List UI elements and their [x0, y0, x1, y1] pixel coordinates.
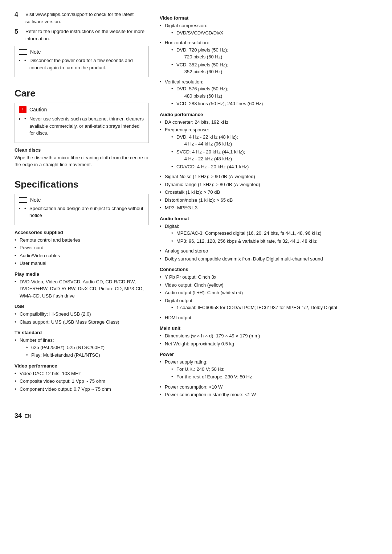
af-dolby: Dolby surround compatible downmix from D… [160, 255, 377, 263]
play-media-item-1: DVD-Video, Video CD/SVCD, Audio CD, CD-R… [15, 278, 149, 300]
af-mp3: MP3: 96, 112, 128, 256 kbps & variable b… [171, 238, 377, 245]
vp-item-2: Composite video output: 1 Vpp ~ 75 ohm [15, 378, 149, 385]
usb-title: USB [15, 304, 149, 309]
tv-standard-title: TV standard [15, 330, 149, 335]
caution-title: Caution [29, 107, 47, 112]
power-supply-eu: For the rest of Europe: 230 V; 50 Hz [171, 373, 377, 381]
play-media-title: Play media [15, 271, 149, 277]
usb-item-1: Compatibility: Hi-Speed USB (2.0) [15, 311, 149, 318]
video-format-title: Video format [160, 15, 377, 21]
ap-mp3: MP3: MPEG L3 [160, 204, 377, 212]
accessory-4: User manual [15, 260, 149, 267]
audio-format-list: Digital: MPEG/AC-3: Compressed digital (… [160, 223, 377, 263]
note-title-2: Note [30, 197, 41, 203]
vf-dc-sub: DVD/SVCD/VCD/DivX [171, 29, 377, 37]
video-performance-list: Video DAC: 12 bits, 108 MHz Composite vi… [15, 370, 149, 393]
vf-digital-compression: Digital compression: DVD/SVCD/VCD/DivX [160, 22, 377, 36]
vf-hr-label: Horizontal resolution: [165, 40, 209, 45]
accessories-title: Accessories supplied [15, 230, 149, 235]
tv-standard-list: Number of lines: 625 (PAL/50Hz); 525 (NT… [15, 337, 149, 359]
main-unit-dimensions: Dimensions (w × h × d): 179 × 49 × 179 (… [160, 332, 377, 340]
caution-list: Never use solvents such as benzene, thin… [19, 115, 144, 137]
vf-hr-dvd: DVD: 720 pixels (50 Hz); 720 pixels (60 … [171, 46, 377, 61]
usb-list: Compatibility: Hi-Speed USB (2.0) Class … [15, 311, 149, 325]
conn-ypbpr: Y Pb Pr output: Cinch 3x [160, 274, 377, 281]
note-list-item-1: Disconnect the power cord for a few seco… [24, 57, 144, 71]
right-column: Video format Digital compression: DVD/SV… [160, 11, 377, 401]
caution-icon: ! [19, 106, 26, 113]
vf-dc-label: Digital compression: [165, 23, 207, 28]
play-media-list: DVD-Video, Video CD/SVCD, Audio CD, CD-R… [15, 278, 149, 300]
power-list: Power supply rating: For U.K.: 240 V; 50… [160, 358, 377, 398]
vp-item-1: Video DAC: 12 bits, 108 MHz [15, 370, 149, 377]
page-lang: EN [25, 413, 31, 419]
note-header-2: Note [19, 197, 144, 203]
page-number: 34 [15, 412, 22, 420]
note-title-1: Note [30, 49, 41, 55]
audio-performance-title: Audio performance [160, 112, 377, 117]
connections-list: Y Pb Pr output: Cinch 3x Video output: C… [160, 274, 377, 321]
af-analog: Analog sound stereo [160, 247, 377, 255]
numbered-item-5: 5 Refer to the upgrade instructions on t… [15, 28, 149, 42]
power-supply-label: Power supply rating: [165, 359, 208, 365]
af-digital-label: Digital: [165, 223, 179, 229]
caution-content: Never use solvents such as benzene, thin… [19, 115, 144, 137]
note-list-2: Specification and design are subject to … [19, 205, 144, 219]
clean-discs-title: Clean discs [15, 147, 149, 153]
tv-lines-item-2: Play: Multi-standard (PAL/NTSC) [26, 352, 149, 359]
connections-title: Connections [160, 267, 377, 272]
accessory-3: Audio/Video cables [15, 252, 149, 259]
conn-digital-sub: 1 coaxial: IEC60958 for CDDA/LPCM; IEC61… [171, 304, 377, 311]
vf-horizontal: Horizontal resolution: DVD: 720 pixels (… [160, 39, 377, 75]
main-unit-weight: Net Weight: approximately 0.5 kg [160, 340, 377, 348]
vf-vr-label: Vertical resolution: [165, 79, 203, 85]
conn-digital: Digital output: 1 coaxial: IEC60958 for … [160, 297, 377, 311]
note-box-1: Note Disconnect the power cord for a few… [15, 46, 149, 77]
caution-header: ! Caution [19, 106, 144, 113]
usb-item-2: Class support: UMS (USB Mass Storage Cla… [15, 319, 149, 326]
note-box-2: Note Specification and design are subjec… [15, 194, 149, 225]
caution-list-item-1: Never use solvents such as benzene, thin… [24, 115, 144, 137]
audio-performance-list: DA converter: 24 bits, 192 kHz Frequency… [160, 119, 377, 212]
power-supply: Power supply rating: For U.K.: 240 V; 50… [160, 358, 377, 381]
number-4: 4 [15, 11, 22, 25]
main-unit-title: Main unit [160, 325, 377, 331]
left-column: 4 Visit www.philips.com/support to check… [15, 11, 149, 401]
note-header-1: Note [19, 49, 144, 55]
tv-lines-item-1: 625 (PAL/50Hz); 525 (NTSC/60Hz) [26, 344, 149, 351]
care-title: Care [15, 84, 149, 99]
af-digital-sub: MPEG/AC-3: Compressed digital (16, 20, 2… [171, 230, 377, 245]
af-mpeg: MPEG/AC-3: Compressed digital (16, 20, 2… [171, 230, 377, 237]
accessories-list: Remote control and batteries Power cord … [15, 237, 149, 267]
tv-number-of-lines: Number of lines: 625 (PAL/50Hz); 525 (NT… [15, 337, 149, 359]
note-icon-2 [19, 197, 27, 203]
af-digital: Digital: MPEG/AC-3: Compressed digital (… [160, 223, 377, 245]
number-of-lines-label: Number of lines: [20, 337, 54, 343]
caution-box: ! Caution Never use solvents such as ben… [15, 103, 149, 143]
vf-vertical: Vertical resolution: DVD: 576 pixels (50… [160, 78, 377, 107]
ap-crosstalk: Crosstalk (1 kHz): > 70 dB [160, 189, 377, 196]
ap-freq-sub: DVD: 4 Hz - 22 kHz (48 kHz); 4 Hz - 44 k… [171, 134, 377, 171]
vf-hr-vcd: VCD: 352 pixels (50 Hz); 352 pixels (60 … [171, 61, 377, 75]
ap-freq-response: Frequency response: DVD: 4 Hz - 22 kHz (… [160, 126, 377, 170]
note-icon-1 [19, 49, 27, 55]
vf-vr-dvd: DVD: 576 pixels (50 Hz); 480 pixels (60 … [171, 85, 377, 99]
number-5: 5 [15, 28, 22, 42]
ap-freq-svcd: SVCD: 4 Hz - 20 kHz (44.1 kHz); 4 Hz - 2… [171, 148, 377, 163]
vf-dc-item-1: DVD/SVCD/VCD/DivX [171, 29, 377, 37]
conn-digital-coaxial: 1 coaxial: IEC60958 for CDDA/LPCM; IEC61… [171, 304, 377, 311]
ap-freq-dvd: DVD: 4 Hz - 22 kHz (48 kHz); 4 Hz - 44 k… [171, 134, 377, 148]
conn-video: Video output: Cinch (yellow) [160, 282, 377, 289]
video-performance-title: Video performance [15, 363, 149, 369]
vf-hr-sub: DVD: 720 pixels (50 Hz); 720 pixels (60 … [171, 46, 377, 75]
note-content-2: Specification and design are subject to … [19, 205, 144, 219]
text-4: Visit www.philips.com/support to check f… [25, 11, 149, 25]
accessory-1: Remote control and batteries [15, 237, 149, 244]
page-footer: 34 EN [15, 412, 377, 420]
vp-item-3: Component video output: 0.7 Vpp ~ 75 ohm [15, 386, 149, 393]
vf-vr-vcd: VCD: 288 lines (50 Hz); 240 lines (60 Hz… [171, 100, 377, 107]
conn-hdmi: HDMI output [160, 314, 377, 321]
ap-freq-cdvcd: CD/VCD: 4 Hz - 20 kHz (44.1 kHz) [171, 163, 377, 171]
ap-dynamic-range: Dynamic range (1 kHz): > 80 dB (A-weight… [160, 181, 377, 188]
note-list-1: Disconnect the power cord for a few seco… [19, 57, 144, 71]
